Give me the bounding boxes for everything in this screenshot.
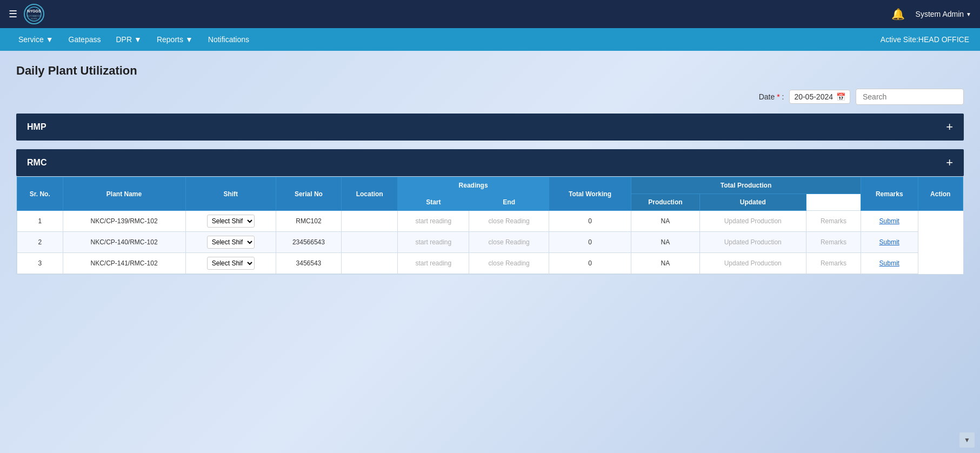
- cell-location: [341, 253, 397, 274]
- cell-action[interactable]: Submit: [861, 253, 918, 274]
- th-readings: Readings: [398, 177, 549, 194]
- th-serial-no: Serial No: [276, 177, 341, 211]
- shift-select[interactable]: Select Shif Morning Evening Night: [207, 257, 255, 270]
- nav-gatepass-label: Gatepass: [69, 35, 101, 44]
- table-wrap: Sr. No. Plant Name Shift Serial No Locat…: [16, 176, 964, 275]
- date-label: Date * :: [759, 92, 784, 101]
- search-input[interactable]: [856, 89, 964, 105]
- rmc-section-header: RMC +: [16, 149, 964, 176]
- user-chevron-icon: ▼: [966, 11, 971, 17]
- cell-serial-no: 234566543: [276, 232, 341, 253]
- cell-start: start reading: [398, 232, 469, 253]
- cell-total-working: 0: [549, 253, 631, 274]
- nav-reports[interactable]: Reports ▼: [149, 28, 201, 51]
- cell-total-working: 0: [549, 211, 631, 232]
- table-row: 3 NKC/CP-141/RMC-102 Select Shif Morning…: [17, 253, 963, 274]
- submit-link[interactable]: Submit: [879, 238, 899, 246]
- shift-select[interactable]: Select Shif Morning Evening Night: [207, 236, 255, 249]
- rmc-table: Sr. No. Plant Name Shift Serial No Locat…: [17, 177, 963, 274]
- table-row: 2 NKC/CP-140/RMC-102 Select Shif Morning…: [17, 232, 963, 253]
- cell-plant-name: NKC/CP-139/RMC-102: [63, 211, 185, 232]
- hmp-section-header: HMP +: [16, 114, 964, 141]
- rmc-label: RMC: [27, 158, 46, 168]
- user-name: System Admin: [916, 10, 964, 18]
- cell-end: close Reading: [469, 253, 549, 274]
- hmp-label: HMP: [27, 122, 46, 132]
- date-input-wrap[interactable]: 20-05-2024 📅: [789, 90, 850, 104]
- cell-shift[interactable]: Select Shif Morning Evening Night: [185, 253, 276, 274]
- cell-end: close Reading: [469, 232, 549, 253]
- cell-updated: Updated Production: [699, 232, 806, 253]
- nav-service-label: Service: [18, 35, 44, 44]
- active-site-label: Active Site:HEAD OFFICE: [881, 35, 969, 44]
- hmp-add-button[interactable]: +: [946, 121, 953, 133]
- cell-shift[interactable]: Select Shif Morning Evening Night: [185, 211, 276, 232]
- cell-sr: 3: [17, 253, 63, 274]
- bell-icon[interactable]: 🔔: [891, 8, 905, 21]
- cell-serial-no: RMC102: [276, 211, 341, 232]
- th-end: End: [469, 194, 549, 211]
- cell-plant-name: NKC/CP-140/RMC-102: [63, 232, 185, 253]
- cell-remarks: Remarks: [806, 232, 861, 253]
- date-required: *: [777, 92, 779, 101]
- nav-service-chevron: ▼: [46, 35, 54, 44]
- nav-notifications[interactable]: Notifications: [201, 28, 257, 51]
- nav-dpr-chevron: ▼: [134, 35, 142, 44]
- cell-action[interactable]: Submit: [861, 211, 918, 232]
- cell-production: NA: [631, 232, 699, 253]
- cell-updated: Updated Production: [699, 211, 806, 232]
- th-total-working: Total Working: [549, 177, 631, 211]
- nav-dpr-label: DPR: [116, 35, 132, 44]
- logo-svg: NYGGS AUTOMATION SUITE: [26, 6, 42, 22]
- shift-select[interactable]: Select Shif Morning Evening Night: [207, 215, 255, 228]
- nav-service[interactable]: Service ▼: [11, 28, 61, 51]
- nav-gatepass[interactable]: Gatepass: [61, 28, 109, 51]
- cell-production: NA: [631, 211, 699, 232]
- nav-reports-label: Reports: [157, 35, 183, 44]
- cell-sr: 2: [17, 232, 63, 253]
- cell-start: start reading: [398, 253, 469, 274]
- cell-plant-name: NKC/CP-141/RMC-102: [63, 253, 185, 274]
- th-shift: Shift: [185, 177, 276, 211]
- th-start: Start: [398, 194, 469, 211]
- date-row: Date * : 20-05-2024 📅: [16, 89, 964, 105]
- page-content: Daily Plant Utilization Date * : 20-05-2…: [0, 51, 980, 288]
- cell-serial-no: 3456543: [276, 253, 341, 274]
- user-menu[interactable]: System Admin ▼: [916, 10, 971, 18]
- logo-area: NYGGS AUTOMATION SUITE: [24, 4, 44, 24]
- cell-end: close Reading: [469, 211, 549, 232]
- cell-start: start reading: [398, 211, 469, 232]
- logo-circle: NYGGS AUTOMATION SUITE: [24, 4, 44, 24]
- th-production: Production: [631, 194, 699, 211]
- table-row: 1 NKC/CP-139/RMC-102 Select Shif Morning…: [17, 211, 963, 232]
- page-title: Daily Plant Utilization: [16, 64, 964, 78]
- hamburger-icon[interactable]: ☰: [9, 8, 17, 20]
- cell-production: NA: [631, 253, 699, 274]
- cell-action[interactable]: Submit: [861, 232, 918, 253]
- cell-updated: Updated Production: [699, 253, 806, 274]
- cell-shift[interactable]: Select Shif Morning Evening Night: [185, 232, 276, 253]
- scroll-down-button[interactable]: ▼: [959, 432, 975, 448]
- svg-text:NYGGS: NYGGS: [27, 9, 41, 13]
- cell-location: [341, 232, 397, 253]
- top-nav-right: 🔔 System Admin ▼: [891, 8, 971, 21]
- submit-link[interactable]: Submit: [879, 259, 899, 267]
- th-remarks: Remarks: [861, 177, 918, 211]
- calendar-icon[interactable]: 📅: [836, 92, 845, 101]
- th-plant-name: Plant Name: [63, 177, 185, 211]
- nav-dpr[interactable]: DPR ▼: [108, 28, 149, 51]
- cell-total-working: 0: [549, 232, 631, 253]
- th-sr-no: Sr. No.: [17, 177, 63, 211]
- th-location: Location: [341, 177, 397, 211]
- cell-location: [341, 211, 397, 232]
- th-action: Action: [918, 177, 963, 211]
- sub-navbar: Service ▼ Gatepass DPR ▼ Reports ▼ Notif…: [0, 28, 980, 51]
- nav-notifications-label: Notifications: [208, 35, 249, 44]
- rmc-add-button[interactable]: +: [946, 157, 953, 169]
- th-updated: Updated: [699, 194, 806, 211]
- submit-link[interactable]: Submit: [879, 217, 899, 225]
- cell-sr: 1: [17, 211, 63, 232]
- top-navbar: ☰ NYGGS AUTOMATION SUITE 🔔 System Admin …: [0, 0, 980, 28]
- nav-reports-chevron: ▼: [185, 35, 193, 44]
- cell-remarks: Remarks: [806, 253, 861, 274]
